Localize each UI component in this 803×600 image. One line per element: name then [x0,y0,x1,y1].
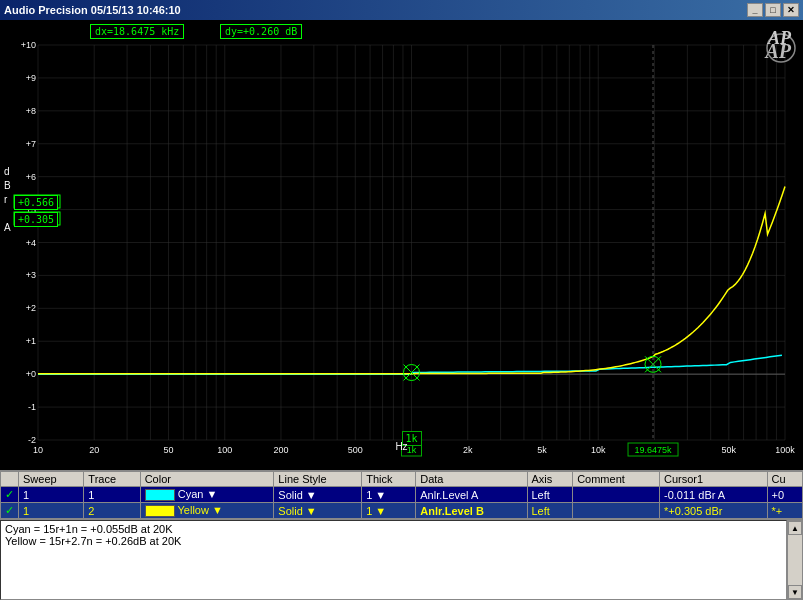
row2-color-dropdown-icon[interactable]: ▼ [212,504,223,516]
col-header-trace: Trace [84,472,140,487]
ap-logo: AP [768,28,791,49]
cursor-value-2: +0.305 [14,212,58,227]
row1-thick[interactable]: 1 ▼ [362,487,416,503]
row2-checkbox[interactable]: ✓ [1,503,19,519]
chart-canvas [0,20,803,470]
scroll-down-button[interactable]: ▼ [788,585,802,599]
bottom-panel: Sweep Trace Color Line Style Thick Data … [0,470,803,600]
row2-linestyle-label: Solid [278,505,302,517]
row2-axis: Left [527,503,573,519]
scroll-up-button[interactable]: ▲ [788,521,802,535]
row1-color-dropdown-icon[interactable]: ▼ [206,488,217,500]
status-line2: Yellow = 15r+2.7n = +0.26dB at 20K [5,535,782,547]
row2-sweep: 1 [19,503,84,519]
col-header-sweep-num: Sweep [19,472,84,487]
table-header-row: Sweep Trace Color Line Style Thick Data … [1,472,803,487]
row1-trace: 1 [84,487,140,503]
table-row[interactable]: ✓ 1 1 Cyan ▼ Solid ▼ 1 [1,487,803,503]
scroll-container: Cyan = 15r+1n = +0.055dB at 20K Yellow =… [0,520,803,600]
row1-linestyle-label: Solid [278,489,302,501]
row2-thick-dropdown-icon[interactable]: ▼ [375,505,386,517]
row2-trace: 2 [84,503,140,519]
row2-data: Anlr.Level B [416,503,527,519]
cursor-value-1: +0.566 [14,195,58,210]
col-header-comment: Comment [573,472,660,487]
status-bar: Cyan = 15r+1n = +0.055dB at 20K Yellow =… [0,520,787,600]
col-header-data: Data [416,472,527,487]
row1-extra: +0 [767,487,802,503]
minimize-button[interactable]: _ [747,3,763,17]
x-axis-label: Hz [395,441,407,452]
row2-linestyle[interactable]: Solid ▼ [274,503,362,519]
table-row[interactable]: ✓ 1 2 Yellow ▼ Solid ▼ 1 [1,503,803,519]
row1-cursor1: -0.011 dBr A [660,487,768,503]
table-wrapper: Sweep Trace Color Line Style Thick Data … [0,471,803,520]
window-controls: _ □ ✕ [747,3,799,17]
color-swatch-cyan [145,489,175,501]
col-header-cursor1: Cursor1 [660,472,768,487]
col-header-thick: Thick [362,472,416,487]
title-bar: Audio Precision 05/15/13 10:46:10 _ □ ✕ [0,0,803,20]
row1-sweep: 1 [19,487,84,503]
cursor-dx-readout: dx=18.6475 kHz [90,24,184,39]
cursor-dy-readout: dy=+0.260 dB [220,24,302,39]
row2-thick[interactable]: 1 ▼ [362,503,416,519]
col-header-color: Color [140,472,274,487]
status-line1: Cyan = 15r+1n = +0.055dB at 20K [5,523,782,535]
row1-checkbox[interactable]: ✓ [1,487,19,503]
maximize-button[interactable]: □ [765,3,781,17]
row1-linestyle-dropdown-icon[interactable]: ▼ [306,489,317,501]
row2-comment [573,503,660,519]
col-header-linestyle: Line Style [274,472,362,487]
status-content: Cyan = 15r+1n = +0.055dB at 20K Yellow =… [5,523,782,597]
y-axis-label: dBrA [4,165,11,235]
row1-thick-dropdown-icon[interactable]: ▼ [375,489,386,501]
window-title: Audio Precision 05/15/13 10:46:10 [4,4,181,16]
row2-extra: *+ [767,503,802,519]
color-swatch-yellow [145,505,175,517]
chart-area[interactable]: dx=18.6475 kHz dy=+0.260 dB AP +0.566 +0… [0,20,803,470]
row1-color[interactable]: Cyan ▼ [140,487,274,503]
scroll-thumb[interactable] [788,535,802,585]
row1-thick-val: 1 [366,489,372,501]
row2-color-label: Yellow [178,504,209,516]
row1-comment [573,487,660,503]
row1-data: Anlr.Level A [416,487,527,503]
row1-axis: Left [527,487,573,503]
row1-color-label: Cyan [178,488,204,500]
col-header-axis: Axis [527,472,573,487]
row2-cursor1: *+0.305 dBr [660,503,768,519]
data-table: Sweep Trace Color Line Style Thick Data … [0,471,803,519]
row1-linestyle[interactable]: Solid ▼ [274,487,362,503]
scroll-bar[interactable]: ▲ ▼ [787,520,803,600]
row2-thick-val: 1 [366,505,372,517]
main-container: dx=18.6475 kHz dy=+0.260 dB AP +0.566 +0… [0,20,803,600]
row2-linestyle-dropdown-icon[interactable]: ▼ [306,505,317,517]
col-header-extra: Cu [767,472,802,487]
close-button[interactable]: ✕ [783,3,799,17]
row2-color[interactable]: Yellow ▼ [140,503,274,519]
col-header-sweep [1,472,19,487]
